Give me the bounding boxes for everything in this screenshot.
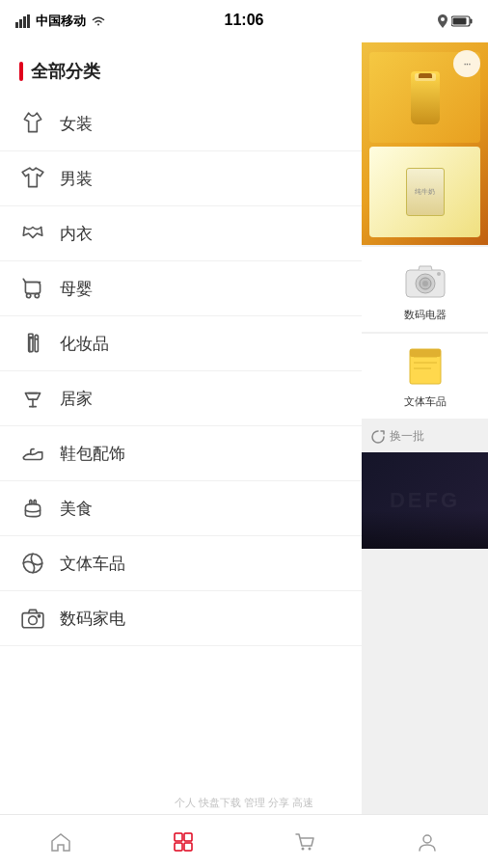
status-time: 11:06 (225, 12, 264, 29)
nav-item-category[interactable] (122, 830, 245, 854)
status-bar: 中国移动 11:06 (0, 0, 488, 42)
svg-point-36 (309, 847, 312, 850)
location-icon (438, 14, 447, 28)
right-categories: 数码电器 文体车品 (362, 245, 488, 420)
bottom-nav (0, 814, 488, 868)
refresh-label: 换一批 (390, 428, 424, 445)
status-battery (438, 14, 473, 28)
category-item-bags[interactable]: 鞋包配饰 (0, 426, 362, 481)
banner-more-button[interactable]: ··· (453, 50, 480, 77)
banner-top: 纯牛奶 ··· (362, 42, 488, 245)
category-label-digital: 数码家电 (60, 608, 125, 630)
category-item-maternity[interactable]: 母婴 (0, 261, 362, 316)
wifi-icon (91, 15, 106, 27)
tshirt-icon (19, 165, 46, 192)
svg-point-20 (38, 615, 40, 617)
right-cat-sports[interactable]: 文体车品 (362, 334, 488, 419)
svg-rect-34 (184, 843, 192, 851)
svg-point-25 (437, 272, 441, 276)
svg-point-37 (423, 835, 431, 843)
svg-rect-32 (184, 833, 192, 841)
svg-point-35 (302, 847, 305, 850)
svg-point-24 (422, 281, 428, 286)
svg-rect-1 (19, 19, 22, 28)
category-item-digital[interactable]: 数码家电 (0, 591, 362, 646)
dark-banner: DEFG (362, 452, 488, 549)
category-label-food: 美食 (60, 498, 93, 520)
category-item-underwear[interactable]: 内衣 (0, 206, 362, 261)
underwear-icon (19, 220, 46, 247)
shoe-icon (19, 440, 46, 467)
right-cat-sports-icon (402, 343, 448, 390)
cosmetics-icon (19, 330, 46, 357)
home-nav-icon (49, 830, 72, 854)
category-label-bags: 鞋包配饰 (60, 443, 125, 465)
svg-point-4 (441, 17, 445, 21)
category-label-home: 居家 (60, 388, 93, 410)
svg-rect-30 (410, 349, 441, 357)
right-panel: 纯牛奶 ··· (362, 42, 488, 814)
svg-rect-3 (27, 14, 30, 28)
right-cat-digital[interactable]: 数码电器 (362, 247, 488, 332)
refresh-icon (371, 430, 385, 444)
cake-icon (19, 495, 46, 522)
category-item-sports[interactable]: 文体车品 (0, 536, 362, 591)
nav-item-home[interactable] (0, 830, 122, 854)
right-cat-sports-label: 文体车品 (404, 394, 447, 409)
category-item-menswear[interactable]: 男装 (0, 151, 362, 206)
category-label-underwear: 内衣 (60, 223, 93, 245)
category-label-maternity: 母婴 (60, 278, 93, 300)
stroller-icon (19, 275, 46, 302)
category-item-home[interactable]: 居家 (0, 371, 362, 426)
right-cat-digital-label: 数码电器 (404, 308, 447, 322)
category-item-cosmetics[interactable]: 化妆品 (0, 316, 362, 371)
category-label-sports: 文体车品 (60, 553, 125, 575)
category-item-food[interactable]: 美食 (0, 481, 362, 536)
header-accent-bar (19, 62, 23, 81)
main-layout: 全部分类 女装 男装 (0, 42, 488, 814)
status-carrier: 中国移动 (15, 13, 106, 30)
right-cat-digital-icon (402, 257, 448, 303)
cart-nav-icon (293, 830, 316, 854)
svg-rect-0 (15, 22, 18, 28)
svg-rect-6 (471, 19, 473, 24)
sports-icon (19, 550, 46, 577)
category-label-menswear: 男装 (60, 168, 93, 190)
svg-rect-13 (35, 339, 38, 352)
category-nav-icon (172, 830, 195, 854)
refresh-row[interactable]: 换一批 (362, 420, 488, 452)
sidebar-title: 全部分类 (31, 60, 100, 83)
battery-icon (451, 15, 473, 27)
category-item-womenswear[interactable]: 女装 (0, 96, 362, 151)
category-label-cosmetics: 化妆品 (60, 333, 109, 355)
svg-rect-33 (175, 843, 182, 851)
nav-item-profile[interactable] (366, 830, 489, 854)
svg-rect-7 (453, 18, 467, 25)
camera-icon (19, 605, 46, 632)
nav-item-cart[interactable] (244, 830, 366, 854)
svg-rect-2 (23, 16, 26, 28)
svg-rect-31 (175, 833, 182, 841)
svg-point-19 (29, 616, 38, 625)
sidebar-header: 全部分类 (0, 42, 362, 96)
sidebar: 全部分类 女装 男装 (0, 42, 362, 814)
profile-nav-icon (416, 830, 439, 854)
dress-icon (19, 110, 46, 137)
category-label-womenswear: 女装 (60, 113, 93, 135)
lamp-icon (19, 385, 46, 412)
signal-icon (15, 14, 31, 28)
